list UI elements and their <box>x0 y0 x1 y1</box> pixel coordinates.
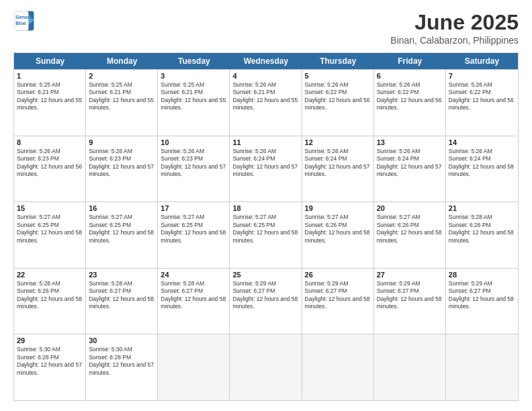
calendar-row-2: 15Sunrise: 5:27 AMSunset: 6:25 PMDayligh… <box>14 201 518 268</box>
cell-info: Sunrise: 5:30 AMSunset: 6:28 PMDaylight:… <box>17 346 83 377</box>
calendar-row-4: 29Sunrise: 5:30 AMSunset: 6:28 PMDayligh… <box>14 334 518 400</box>
cell-date: 24 <box>161 271 226 279</box>
cell-info: Sunrise: 5:26 AMSunset: 6:23 PMDaylight:… <box>17 148 83 179</box>
calendar-cell: 20Sunrise: 5:27 AMSunset: 6:26 PMDayligh… <box>374 202 446 268</box>
cell-date: 7 <box>449 72 515 80</box>
calendar-body: 1Sunrise: 5:25 AMSunset: 6:21 PMDaylight… <box>14 69 518 400</box>
cell-date: 30 <box>89 336 154 345</box>
day-name-friday: Friday <box>374 53 446 69</box>
logo: General Blue <box>13 10 35 32</box>
day-name-monday: Monday <box>86 53 158 69</box>
svg-text:Blue: Blue <box>15 20 26 26</box>
cell-date: 16 <box>89 204 154 212</box>
calendar-cell: 11Sunrise: 5:26 AMSunset: 6:24 PMDayligh… <box>230 136 302 202</box>
cell-date: 29 <box>17 336 83 345</box>
cell-date: 27 <box>377 271 443 279</box>
calendar-cell: 24Sunrise: 5:28 AMSunset: 6:27 PMDayligh… <box>158 269 230 334</box>
calendar-cell: 15Sunrise: 5:27 AMSunset: 6:25 PMDayligh… <box>14 202 86 268</box>
calendar-cell: 28Sunrise: 5:29 AMSunset: 6:27 PMDayligh… <box>446 269 518 334</box>
cell-info: Sunrise: 5:28 AMSunset: 6:27 PMDaylight:… <box>89 280 154 311</box>
day-name-tuesday: Tuesday <box>158 53 230 69</box>
calendar-cell <box>158 334 230 400</box>
cell-info: Sunrise: 5:26 AMSunset: 6:24 PMDaylight:… <box>377 148 443 179</box>
calendar-cell: 13Sunrise: 5:26 AMSunset: 6:24 PMDayligh… <box>374 136 446 202</box>
calendar-cell: 16Sunrise: 5:27 AMSunset: 6:25 PMDayligh… <box>86 202 158 268</box>
cell-info: Sunrise: 5:27 AMSunset: 6:26 PMDaylight:… <box>377 214 443 244</box>
month-title: June 2025 <box>390 10 519 35</box>
cell-date: 5 <box>305 72 371 80</box>
cell-info: Sunrise: 5:27 AMSunset: 6:25 PMDaylight:… <box>161 214 226 244</box>
cell-date: 14 <box>449 138 515 146</box>
calendar: SundayMondayTuesdayWednesdayThursdayFrid… <box>13 52 519 401</box>
cell-info: Sunrise: 5:26 AMSunset: 6:24 PMDaylight:… <box>449 148 515 179</box>
calendar-cell: 18Sunrise: 5:27 AMSunset: 6:25 PMDayligh… <box>230 202 302 268</box>
cell-info: Sunrise: 5:29 AMSunset: 6:27 PMDaylight:… <box>377 280 443 311</box>
calendar-cell: 2Sunrise: 5:25 AMSunset: 6:21 PMDaylight… <box>86 70 158 136</box>
cell-info: Sunrise: 5:26 AMSunset: 6:22 PMDaylight:… <box>449 81 515 112</box>
day-name-sunday: Sunday <box>14 53 86 69</box>
calendar-row-3: 22Sunrise: 5:28 AMSunset: 6:26 PMDayligh… <box>14 268 518 334</box>
calendar-header: SundayMondayTuesdayWednesdayThursdayFrid… <box>14 53 518 69</box>
day-name-thursday: Thursday <box>302 53 374 69</box>
cell-info: Sunrise: 5:25 AMSunset: 6:21 PMDaylight:… <box>17 81 83 112</box>
cell-date: 28 <box>449 271 515 279</box>
cell-info: Sunrise: 5:26 AMSunset: 6:23 PMDaylight:… <box>161 148 226 179</box>
cell-info: Sunrise: 5:25 AMSunset: 6:21 PMDaylight:… <box>161 81 226 112</box>
cell-info: Sunrise: 5:27 AMSunset: 6:25 PMDaylight:… <box>89 214 154 244</box>
cell-info: Sunrise: 5:26 AMSunset: 6:24 PMDaylight:… <box>232 148 298 179</box>
cell-info: Sunrise: 5:28 AMSunset: 6:26 PMDaylight:… <box>17 280 83 311</box>
cell-date: 18 <box>232 204 298 212</box>
day-name-saturday: Saturday <box>446 53 518 69</box>
calendar-row-0: 1Sunrise: 5:25 AMSunset: 6:21 PMDaylight… <box>14 69 518 136</box>
location-title: Binan, Calabarzon, Philippines <box>390 35 519 46</box>
logo-icon: General Blue <box>13 10 35 32</box>
cell-info: Sunrise: 5:25 AMSunset: 6:21 PMDaylight:… <box>89 81 154 112</box>
calendar-cell: 3Sunrise: 5:25 AMSunset: 6:21 PMDaylight… <box>158 70 230 136</box>
cell-date: 21 <box>449 204 515 212</box>
cell-date: 25 <box>232 271 298 279</box>
day-name-wednesday: Wednesday <box>230 53 302 69</box>
calendar-cell: 5Sunrise: 5:26 AMSunset: 6:22 PMDaylight… <box>302 70 374 136</box>
svg-text:General: General <box>15 14 34 20</box>
calendar-cell: 25Sunrise: 5:29 AMSunset: 6:27 PMDayligh… <box>230 269 302 334</box>
cell-info: Sunrise: 5:26 AMSunset: 6:22 PMDaylight:… <box>377 81 443 112</box>
title-block: June 2025 Binan, Calabarzon, Philippines <box>390 10 519 46</box>
cell-date: 26 <box>305 271 371 279</box>
calendar-cell: 9Sunrise: 5:26 AMSunset: 6:23 PMDaylight… <box>86 136 158 202</box>
cell-info: Sunrise: 5:27 AMSunset: 6:25 PMDaylight:… <box>232 214 298 244</box>
cell-date: 3 <box>161 72 226 80</box>
calendar-cell: 6Sunrise: 5:26 AMSunset: 6:22 PMDaylight… <box>374 70 446 136</box>
calendar-cell <box>446 334 518 400</box>
cell-info: Sunrise: 5:26 AMSunset: 6:22 PMDaylight:… <box>305 81 371 112</box>
calendar-cell: 10Sunrise: 5:26 AMSunset: 6:23 PMDayligh… <box>158 136 230 202</box>
cell-date: 19 <box>305 204 371 212</box>
calendar-cell: 8Sunrise: 5:26 AMSunset: 6:23 PMDaylight… <box>14 136 86 202</box>
calendar-row-1: 8Sunrise: 5:26 AMSunset: 6:23 PMDaylight… <box>14 136 518 202</box>
header: General Blue June 2025 Binan, Calabarzon… <box>13 10 519 46</box>
cell-date: 10 <box>161 138 226 146</box>
calendar-cell: 12Sunrise: 5:26 AMSunset: 6:24 PMDayligh… <box>302 136 374 202</box>
cell-date: 8 <box>17 138 83 146</box>
calendar-cell: 30Sunrise: 5:30 AMSunset: 6:28 PMDayligh… <box>86 334 158 400</box>
cell-info: Sunrise: 5:26 AMSunset: 6:24 PMDaylight:… <box>305 148 371 179</box>
cell-date: 6 <box>377 72 443 80</box>
cell-info: Sunrise: 5:29 AMSunset: 6:27 PMDaylight:… <box>305 280 371 311</box>
calendar-cell <box>374 334 446 400</box>
cell-date: 11 <box>232 138 298 146</box>
calendar-cell: 26Sunrise: 5:29 AMSunset: 6:27 PMDayligh… <box>302 269 374 334</box>
cell-date: 17 <box>161 204 226 212</box>
calendar-cell <box>230 334 302 400</box>
calendar-cell: 22Sunrise: 5:28 AMSunset: 6:26 PMDayligh… <box>14 269 86 334</box>
calendar-cell: 4Sunrise: 5:26 AMSunset: 6:21 PMDaylight… <box>230 70 302 136</box>
calendar-cell: 29Sunrise: 5:30 AMSunset: 6:28 PMDayligh… <box>14 334 86 400</box>
cell-info: Sunrise: 5:29 AMSunset: 6:27 PMDaylight:… <box>449 280 515 311</box>
cell-info: Sunrise: 5:27 AMSunset: 6:25 PMDaylight:… <box>17 214 83 244</box>
calendar-cell: 21Sunrise: 5:28 AMSunset: 6:26 PMDayligh… <box>446 202 518 268</box>
cell-info: Sunrise: 5:26 AMSunset: 6:23 PMDaylight:… <box>89 148 154 179</box>
cell-info: Sunrise: 5:28 AMSunset: 6:26 PMDaylight:… <box>449 214 515 244</box>
calendar-cell: 7Sunrise: 5:26 AMSunset: 6:22 PMDaylight… <box>446 70 518 136</box>
calendar-cell: 17Sunrise: 5:27 AMSunset: 6:25 PMDayligh… <box>158 202 230 268</box>
cell-info: Sunrise: 5:30 AMSunset: 6:28 PMDaylight:… <box>89 346 154 377</box>
cell-date: 22 <box>17 271 83 279</box>
cell-info: Sunrise: 5:29 AMSunset: 6:27 PMDaylight:… <box>232 280 298 311</box>
